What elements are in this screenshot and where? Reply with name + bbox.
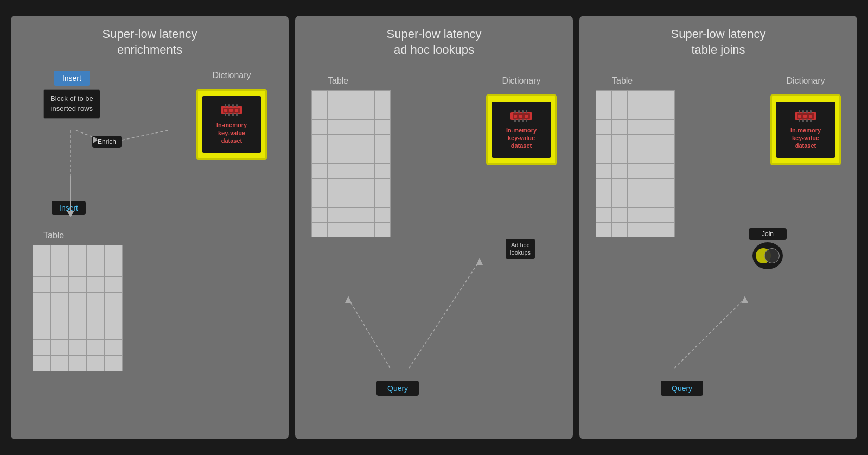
- table-grid-1: [33, 245, 123, 371]
- query-button-3[interactable]: Query: [661, 381, 703, 396]
- svg-rect-42: [802, 110, 804, 113]
- dict-text-3: In-memorykey-valuedataset: [790, 127, 821, 150]
- svg-marker-50: [742, 296, 748, 303]
- svg-rect-23: [525, 115, 528, 118]
- svg-rect-45: [799, 119, 800, 122]
- svg-rect-21: [514, 115, 517, 118]
- svg-rect-48: [810, 119, 812, 122]
- panel-adhoc-content: Table Dictionary: [301, 71, 567, 428]
- svg-marker-33: [345, 296, 352, 303]
- svg-rect-31: [526, 119, 527, 122]
- svg-rect-5: [225, 104, 226, 107]
- table-label-3: Table: [612, 76, 633, 86]
- dictionary-label-1: Dictionary: [212, 71, 251, 80]
- dictionary-label-2: Dictionary: [502, 76, 540, 86]
- insert-button-1[interactable]: Insert: [52, 201, 86, 215]
- table-label-2: Table: [328, 76, 348, 86]
- ram-icon-1: [220, 104, 244, 116]
- dictionary-box-3: In-memorykey-valuedataset: [770, 94, 841, 165]
- panel-adhoc-title: Super-low latencyad hoc lookups: [387, 27, 482, 58]
- dictionary-box-2: In-memorykey-valuedataset: [486, 94, 557, 165]
- panel-joins: Super-low latencytable joins Table: [579, 16, 857, 439]
- svg-rect-7: [232, 104, 234, 107]
- panel-enrichments-title: Super-low latencyenrichments: [103, 27, 197, 58]
- svg-rect-8: [236, 104, 238, 107]
- svg-line-34: [409, 261, 480, 368]
- panel-joins-title: Super-low latencytable joins: [671, 27, 766, 58]
- svg-line-49: [674, 299, 745, 368]
- insert-blue-button-1[interactable]: Insert: [54, 71, 90, 86]
- dictionary-inner-1: In-memorykey-valuedataset: [202, 96, 261, 153]
- svg-rect-43: [806, 110, 808, 113]
- dictionary-box-1: In-memorykey-valuedataset: [196, 89, 267, 160]
- svg-rect-6: [228, 104, 230, 107]
- dict-text-1: In-memorykey-valuedataset: [216, 121, 247, 144]
- dictionary-inner-2: In-memorykey-valuedataset: [492, 102, 551, 158]
- svg-rect-10: [228, 113, 230, 116]
- ram-icon-3: [794, 110, 818, 122]
- svg-rect-4: [235, 109, 238, 112]
- svg-rect-26: [522, 110, 524, 113]
- adhoc-label: Ad hoclookups: [506, 239, 535, 259]
- join-button[interactable]: Join: [749, 228, 787, 240]
- svg-rect-11: [232, 113, 234, 116]
- svg-rect-28: [514, 119, 516, 122]
- table-grid-2: [311, 90, 391, 237]
- panel-adhoc: Super-low latencyad hoc lookups Table: [295, 16, 573, 439]
- ram-icon-2: [509, 110, 533, 122]
- panels-container: Super-low latencyenrichments Insert Bloc…: [0, 0, 868, 455]
- svg-rect-25: [518, 110, 520, 113]
- svg-rect-2: [224, 109, 227, 112]
- svg-line-14: [122, 130, 168, 140]
- svg-rect-29: [518, 119, 520, 122]
- svg-rect-44: [810, 110, 812, 113]
- svg-marker-35: [476, 258, 483, 265]
- svg-rect-24: [514, 110, 516, 113]
- panel-enrichments-content: Insert Block of to beinserted rows Dicti…: [16, 71, 283, 428]
- svg-rect-9: [225, 113, 226, 116]
- enrich-button[interactable]: Enrich: [92, 136, 122, 148]
- dictionary-inner-3: In-memorykey-valuedataset: [776, 102, 835, 158]
- svg-rect-40: [809, 115, 812, 118]
- svg-rect-47: [806, 119, 808, 122]
- svg-rect-3: [229, 109, 233, 112]
- svg-rect-30: [522, 119, 524, 122]
- dict-text-2: In-memorykey-valuedataset: [506, 127, 537, 150]
- svg-rect-27: [526, 110, 527, 113]
- svg-rect-22: [519, 115, 522, 118]
- query-button-2[interactable]: Query: [376, 381, 419, 396]
- svg-rect-41: [799, 110, 800, 113]
- svg-rect-46: [802, 119, 804, 122]
- block-rows-box: Block of to beinserted rows: [43, 89, 100, 118]
- panel-enrichments: Super-low latencyenrichments Insert Bloc…: [11, 16, 289, 439]
- table-grid-3: [596, 90, 675, 237]
- svg-rect-39: [803, 115, 807, 118]
- svg-line-32: [348, 299, 390, 368]
- dictionary-label-3: Dictionary: [786, 76, 825, 86]
- svg-rect-12: [236, 113, 238, 116]
- panel-joins-content: Table Dictionary: [585, 71, 852, 428]
- table-label-1: Table: [43, 231, 64, 241]
- svg-rect-38: [798, 115, 801, 118]
